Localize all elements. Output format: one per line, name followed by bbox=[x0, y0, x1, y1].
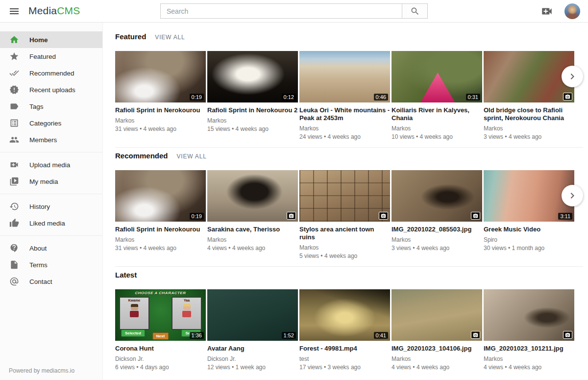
media-author[interactable]: Markos bbox=[207, 117, 298, 124]
media-card[interactable]: IMG_20201023_101211.jpg Markos 4 views •… bbox=[484, 289, 574, 371]
media-title[interactable]: Rafioli Sprint in Nerokourou bbox=[115, 226, 206, 233]
media-card[interactable]: 1:52 Avatar Aang Dickson Jr. 12 views • … bbox=[207, 289, 298, 371]
media-title[interactable]: IMG_20201022_085503.jpg bbox=[392, 226, 482, 233]
sidebar-item-liked-media[interactable]: Liked media bbox=[0, 215, 102, 231]
section-title: Featured bbox=[115, 32, 146, 41]
media-thumbnail[interactable]: 1:36 CHOOSE A CHARACTER Kwame Yaa Select… bbox=[115, 289, 206, 341]
media-card[interactable]: 0:46 Leuka Ori - White mountains - Peak … bbox=[299, 51, 390, 140]
media-thumbnail[interactable] bbox=[484, 289, 574, 341]
duration-badge: 0:46 bbox=[374, 94, 388, 101]
sidebar: Home Featured Recommended Recent uploads… bbox=[0, 23, 103, 380]
video-call-icon bbox=[540, 5, 553, 18]
media-thumbnail[interactable]: 3:11 bbox=[484, 170, 574, 222]
sidebar-item-recommended[interactable]: Recommended bbox=[0, 65, 102, 81]
section-title: Recommended bbox=[115, 152, 168, 160]
media-card[interactable]: IMG_20201023_104106.jpg Markos 4 views •… bbox=[392, 289, 482, 371]
card-row: 0:19 Rafioli Sprint in Nerokourou Markos… bbox=[115, 51, 588, 140]
media-title[interactable]: Stylos area ancient town ruins bbox=[299, 226, 390, 241]
search-input[interactable] bbox=[160, 3, 402, 19]
media-meta: 4 views • 4 weeks ago bbox=[207, 245, 298, 252]
menu-icon[interactable] bbox=[8, 5, 21, 18]
row-next-button[interactable] bbox=[562, 185, 583, 206]
sidebar-item-featured[interactable]: Featured bbox=[0, 48, 102, 65]
media-title[interactable]: Old bridge close to Rafioli sprint, Nero… bbox=[484, 106, 574, 122]
sidebar-item-about[interactable]: About bbox=[0, 240, 102, 256]
media-author[interactable]: Markos bbox=[392, 355, 482, 362]
media-title[interactable]: Forest - 49981.mp4 bbox=[299, 345, 390, 353]
media-thumbnail[interactable]: 0:12 bbox=[207, 51, 298, 102]
media-title[interactable]: Corona Hunt bbox=[115, 345, 206, 353]
media-thumbnail[interactable]: 0:31 bbox=[392, 51, 482, 102]
media-author[interactable]: Dickson Jr. bbox=[115, 355, 206, 362]
user-avatar[interactable] bbox=[564, 3, 580, 19]
media-card[interactable]: Sarakina cave, Therisso Markos 4 views •… bbox=[207, 170, 298, 259]
media-card[interactable]: 0:19 Rafioli Sprint in Nerokourou Markos… bbox=[115, 51, 206, 140]
media-card[interactable]: 0:41 Forest - 49981.mp4 test 17 views • … bbox=[299, 289, 390, 371]
sidebar-item-history[interactable]: History bbox=[0, 198, 102, 215]
contact-icon bbox=[9, 276, 20, 287]
media-card[interactable]: IMG_20201022_085503.jpg Markos 3 views •… bbox=[392, 170, 482, 259]
media-author[interactable]: test bbox=[299, 355, 390, 362]
media-author[interactable]: Markos bbox=[484, 125, 574, 132]
media-title[interactable]: IMG_20201023_101211.jpg bbox=[484, 345, 574, 353]
media-title[interactable]: IMG_20201023_104106.jpg bbox=[392, 345, 482, 353]
media-thumbnail[interactable] bbox=[299, 170, 390, 222]
media-author[interactable]: Markos bbox=[299, 125, 390, 132]
media-meta: 15 views • 4 weeks ago bbox=[207, 126, 298, 132]
media-author[interactable]: Markos bbox=[392, 236, 482, 243]
media-author[interactable]: Markos bbox=[207, 236, 298, 243]
sidebar-item-tags[interactable]: Tags bbox=[0, 98, 102, 115]
media-card[interactable]: 1:36 CHOOSE A CHARACTER Kwame Yaa Select… bbox=[115, 289, 206, 371]
media-title[interactable]: Avatar Aang bbox=[207, 345, 298, 353]
media-card[interactable]: Stylos area ancient town ruins Markos 5 … bbox=[299, 170, 390, 259]
media-thumbnail[interactable] bbox=[207, 170, 298, 222]
media-card[interactable]: Old bridge close to Rafioli sprint, Nero… bbox=[484, 51, 574, 140]
terms-icon bbox=[9, 259, 20, 270]
logo[interactable]: MediaCMS bbox=[28, 5, 80, 17]
media-author[interactable]: Markos bbox=[115, 117, 206, 124]
media-card[interactable]: 0:12 Rafioli Sprint in Nerokourou 2 Mark… bbox=[207, 51, 298, 140]
media-card[interactable]: 3:11 Greek Music Video Spiro 30 views • … bbox=[484, 170, 574, 259]
media-thumbnail[interactable] bbox=[392, 170, 482, 222]
media-thumbnail[interactable]: 0:19 bbox=[115, 51, 206, 102]
camera-icon bbox=[289, 213, 294, 219]
media-author[interactable]: Spiro bbox=[484, 236, 574, 243]
section-recommended: Recommended VIEW ALL 0:19 Rafioli Sprint… bbox=[115, 152, 583, 267]
about-icon bbox=[9, 243, 20, 253]
upload-media-button[interactable] bbox=[540, 4, 554, 18]
media-title[interactable]: Rafioli Sprint in Nerokourou 2 bbox=[207, 106, 298, 114]
media-title[interactable]: Koiliaris River in Kalyves, Chania bbox=[392, 106, 482, 122]
row-next-button[interactable] bbox=[562, 66, 583, 87]
media-thumbnail[interactable]: 0:19 bbox=[115, 170, 206, 222]
sidebar-item-contact[interactable]: Contact bbox=[0, 273, 102, 290]
thumb-up-icon bbox=[9, 218, 20, 228]
media-thumbnail[interactable]: 0:46 bbox=[299, 51, 390, 102]
sidebar-item-members[interactable]: Members bbox=[0, 131, 102, 148]
media-thumbnail[interactable] bbox=[392, 289, 482, 341]
sidebar-item-home[interactable]: Home bbox=[0, 31, 102, 48]
sidebar-item-upload-media[interactable]: Upload media bbox=[0, 156, 102, 173]
media-author[interactable]: Markos bbox=[115, 236, 206, 243]
media-title[interactable]: Rafioli Sprint in Nerokourou bbox=[115, 106, 206, 114]
logo-media: Media bbox=[28, 5, 57, 16]
media-author[interactable]: Dickson Jr. bbox=[207, 355, 298, 362]
media-title[interactable]: Sarakina cave, Therisso bbox=[207, 226, 298, 233]
media-author[interactable]: Markos bbox=[392, 125, 482, 132]
media-thumbnail[interactable] bbox=[484, 51, 574, 102]
media-title[interactable]: Greek Music Video bbox=[484, 226, 574, 233]
view-all-link[interactable]: VIEW ALL bbox=[155, 34, 185, 41]
view-all-link[interactable]: VIEW ALL bbox=[177, 153, 207, 160]
media-author[interactable]: Markos bbox=[484, 355, 574, 362]
media-author[interactable]: Markos bbox=[299, 244, 390, 251]
chevron-right-icon bbox=[566, 71, 578, 82]
media-title[interactable]: Leuka Ori - White mountains - Peak at 24… bbox=[299, 106, 390, 122]
media-card[interactable]: 0:19 Rafioli Sprint in Nerokourou Markos… bbox=[115, 170, 206, 259]
sidebar-item-my-media[interactable]: My media bbox=[0, 173, 102, 190]
sidebar-item-terms[interactable]: Terms bbox=[0, 256, 102, 273]
sidebar-item-categories[interactable]: Categories bbox=[0, 115, 102, 131]
media-thumbnail[interactable]: 0:41 bbox=[299, 289, 390, 341]
media-card[interactable]: 0:31 Koiliaris River in Kalyves, Chania … bbox=[392, 51, 482, 140]
media-thumbnail[interactable]: 1:52 bbox=[207, 289, 298, 341]
sidebar-item-recent-uploads[interactable]: Recent uploads bbox=[0, 81, 102, 98]
search-button[interactable] bbox=[402, 3, 428, 19]
